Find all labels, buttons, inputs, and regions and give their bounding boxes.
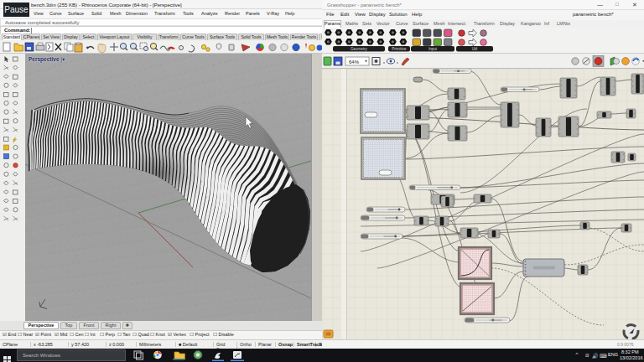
svg-text:Input: Input [428,47,438,51]
svg-text:Util: Util [472,47,478,51]
svg-text:Geometry: Geometry [351,47,368,51]
svg-text:64%: 64% [349,59,360,65]
svg-text:Primitive: Primitive [392,47,407,51]
